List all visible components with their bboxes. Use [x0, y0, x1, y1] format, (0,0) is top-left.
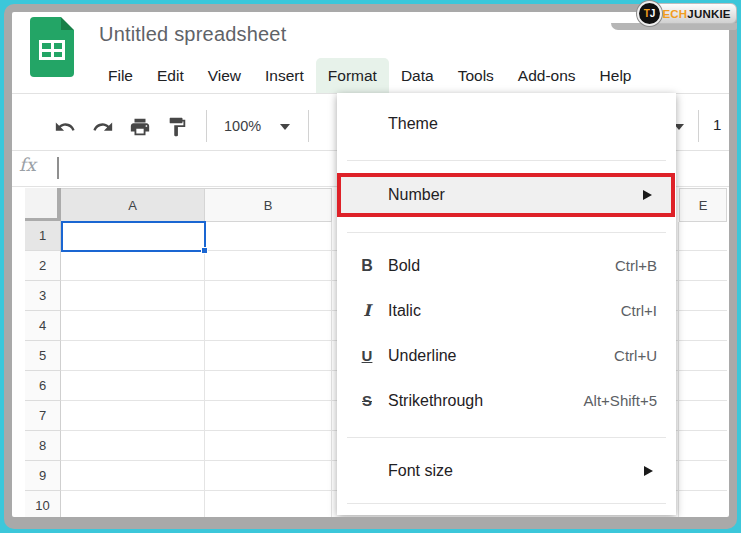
shortcut-label: Ctrl+U: [614, 333, 657, 378]
row-header-10[interactable]: 10: [25, 491, 61, 517]
row-header-3[interactable]: 3: [25, 281, 61, 311]
shortcut-label: Ctrl+B: [615, 243, 657, 288]
paint-format-icon[interactable]: [164, 114, 190, 140]
menu-item-font-size[interactable]: Font size: [337, 448, 676, 493]
menu-item-label: Underline: [388, 333, 456, 378]
font-size-value[interactable]: 1: [713, 116, 721, 133]
zoom-dropdown-caret-icon[interactable]: [280, 124, 290, 130]
screenshot-frame: Untitled spreadsheet File Edit View Inse…: [0, 0, 741, 533]
menu-item-theme[interactable]: Theme: [337, 101, 676, 146]
sheets-app-window: Untitled spreadsheet File Edit View Inse…: [12, 12, 729, 517]
menu-item-label: Theme: [388, 101, 438, 146]
italic-icon: I: [357, 288, 377, 333]
row-header-7[interactable]: 7: [25, 401, 61, 431]
menu-data[interactable]: Data: [389, 58, 446, 93]
document-title[interactable]: Untitled spreadsheet: [99, 23, 286, 46]
row-header-6[interactable]: 6: [25, 371, 61, 401]
bold-icon: B: [357, 243, 377, 288]
menu-edit[interactable]: Edit: [145, 58, 196, 93]
window-shadow-frame: Untitled spreadsheet File Edit View Inse…: [4, 4, 737, 529]
menu-tools[interactable]: Tools: [446, 58, 506, 93]
column-header-b[interactable]: B: [205, 188, 332, 222]
toolbar-divider: [698, 110, 699, 142]
shortcut-label: Alt+Shift+5: [584, 378, 657, 423]
gridline: [678, 222, 679, 517]
toolbar-divider: [308, 110, 309, 142]
gridline: [204, 222, 205, 517]
menu-item-label: Bold: [388, 243, 420, 288]
menu-divider: [347, 437, 666, 438]
select-all-corner[interactable]: [25, 188, 61, 222]
row-header-9[interactable]: 9: [25, 461, 61, 491]
formula-input-cursor[interactable]: [57, 157, 59, 179]
menu-item-underline[interactable]: U Underline Ctrl+U: [337, 333, 676, 378]
google-sheets-logo-icon[interactable]: [30, 17, 74, 77]
menu-format[interactable]: Format: [316, 58, 389, 93]
techjunkie-junkie-text: JUNKIE: [687, 8, 730, 20]
format-menu-dropdown: Theme Number B Bold Ctrl+B I Italic Ctrl…: [337, 93, 676, 515]
shortcut-label: Ctrl+I: [621, 288, 657, 333]
menu-view[interactable]: View: [196, 58, 253, 93]
menu-file[interactable]: File: [96, 58, 145, 93]
submenu-arrow-icon: [644, 466, 653, 476]
techjunkie-logo-tail: [611, 23, 737, 30]
fill-handle[interactable]: [201, 247, 208, 254]
menu-divider: [347, 503, 666, 504]
sheets-logo-grid: [39, 40, 65, 60]
row-header-1[interactable]: 1: [25, 221, 61, 251]
fx-icon: fx: [19, 154, 36, 175]
zoom-level-select[interactable]: 100%: [224, 118, 261, 134]
menu-item-number[interactable]: Number: [337, 173, 675, 217]
menu-item-italic[interactable]: I Italic Ctrl+I: [337, 288, 676, 333]
redo-icon[interactable]: [90, 114, 116, 140]
menu-item-label: Italic: [388, 288, 421, 333]
menu-divider: [347, 160, 666, 161]
selected-cell-a1[interactable]: [61, 221, 206, 252]
row-header-4[interactable]: 4: [25, 311, 61, 341]
menu-item-label: Font size: [388, 448, 453, 493]
techjunkie-wordmark: TECHJUNKIE: [649, 3, 737, 24]
undo-icon[interactable]: [52, 114, 78, 140]
menu-item-strikethrough[interactable]: S Strikethrough Alt+Shift+5: [337, 378, 676, 423]
toolbar-divider: [206, 110, 207, 142]
submenu-arrow-icon: [643, 190, 652, 200]
menu-item-label: Strikethrough: [388, 378, 483, 423]
print-icon[interactable]: [127, 114, 153, 140]
row-header-2[interactable]: 2: [25, 251, 61, 281]
menu-help[interactable]: Help: [588, 58, 644, 93]
row-header-5[interactable]: 5: [25, 341, 61, 371]
row-header-8[interactable]: 8: [25, 431, 61, 461]
techjunkie-monogram-icon: TJ: [637, 1, 662, 26]
menu-item-bold[interactable]: B Bold Ctrl+B: [337, 243, 676, 288]
gridline: [331, 222, 332, 517]
column-header-a[interactable]: A: [61, 188, 205, 222]
underline-icon: U: [357, 333, 377, 378]
menu-divider: [347, 232, 666, 233]
menu-insert[interactable]: Insert: [253, 58, 316, 93]
menu-item-label: Number: [388, 177, 445, 213]
column-header-e[interactable]: E: [679, 188, 727, 222]
menu-addons[interactable]: Add-ons: [506, 58, 588, 93]
menu-bar: File Edit View Insert Format Data Tools …: [96, 58, 643, 93]
strikethrough-icon: S: [357, 378, 377, 423]
